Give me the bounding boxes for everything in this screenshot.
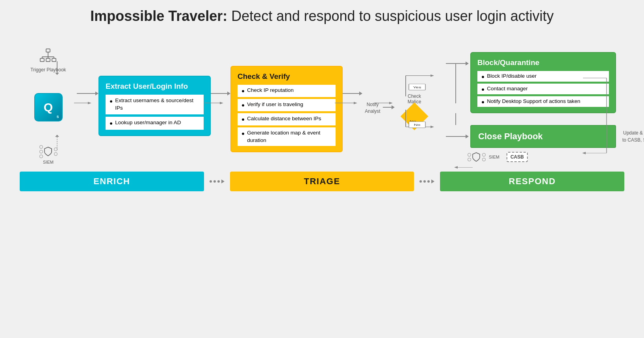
enrich-box: Extract User/Login Info ● Extract userna…: [98, 76, 211, 136]
block-quarantine-box: Block/Quarantine ● Block IP/disable user…: [470, 52, 616, 113]
close-playbook-box[interactable]: Close Playbook: [470, 125, 616, 148]
enrich-box-title: Extract User/Login Info: [106, 82, 204, 91]
close-playbook-title: Close Playbook: [478, 131, 543, 142]
page-title: Impossible Traveler: Detect and respond …: [12, 8, 632, 24]
triage-item-1: Check IP reputation: [247, 87, 293, 94]
enrich-item-2: Lookup user/manager in AD: [115, 119, 181, 127]
trigger-icon: Trigger Playbook: [30, 48, 66, 73]
casb-siem-area: SIEM: [39, 145, 58, 164]
triage-item-4: Generate location map & event duration: [247, 129, 332, 144]
bottom-respond-label: RESPOND: [440, 172, 624, 191]
svg-rect-33: [52, 58, 56, 62]
svg-rect-32: [46, 58, 50, 62]
siem-label-left: SIEM: [43, 160, 54, 164]
qradar-icon: Q s: [34, 93, 63, 121]
sync-label: Update & syncto CASB, SIEM: [621, 129, 644, 144]
enrich-item-1: Extract usernames & source/dest IPs: [115, 97, 200, 112]
triage-item-3: Calculate distance between IPs: [247, 115, 321, 123]
notify-analyst-label: NotifyAnalyst: [362, 101, 383, 115]
svg-rect-31: [40, 58, 44, 62]
decision-diamond: [401, 103, 429, 131]
block-item-3: Notify Desktop Support of actions taken: [487, 98, 580, 104]
casb-box-right: CASB: [507, 152, 528, 162]
block-box-title: Block/Quarantine: [477, 58, 609, 67]
block-item-2: Contact manager: [487, 86, 528, 92]
triage-box-title: Check & Verify: [238, 72, 336, 81]
bottom-enrich-label: ENRICH: [20, 172, 204, 191]
svg-marker-29: [454, 166, 458, 168]
triage-box: Check & Verify ● Check IP reputation ● V…: [230, 66, 343, 152]
bottom-triage-label: TRIAGE: [230, 172, 414, 191]
svg-rect-30: [46, 49, 50, 52]
siem-label-right: SIEM: [489, 155, 499, 159]
block-item-1: Block IP/disable user: [487, 73, 536, 79]
triage-item-2: Verify if user is traveling: [247, 101, 303, 108]
trigger-label: Trigger Playbook: [30, 67, 66, 73]
